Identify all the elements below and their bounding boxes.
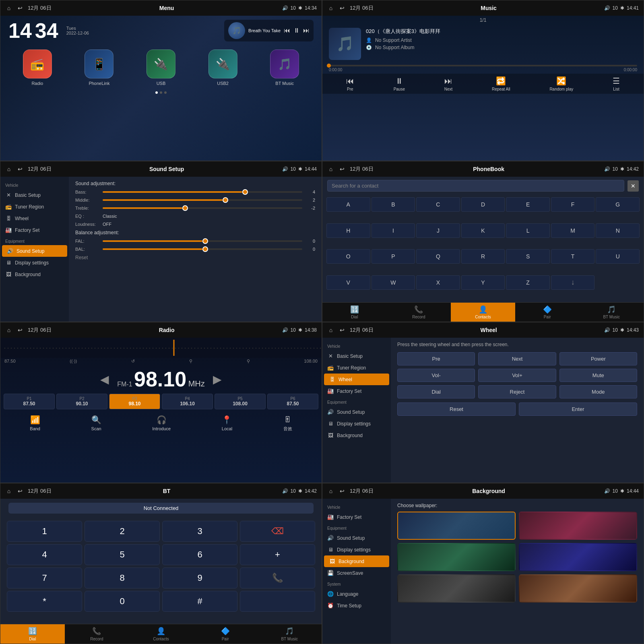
bg-sidebar-screensave[interactable]: 💾 ScreenSave [322,567,391,579]
bg-sidebar-sound[interactable]: 🔊 Sound Setup [322,532,391,544]
bg-sidebar-language[interactable]: 🌐 Language [322,588,391,600]
progress-bar[interactable] [329,65,637,66]
btmusic-icon-btn[interactable]: 🎵 [270,50,299,78]
wheel-sidebar-display[interactable]: 🖥 Display settings [322,418,391,429]
middle-slider[interactable] [103,199,302,201]
app-btmusic[interactable]: 🎵 BT Music [270,50,299,86]
wheel-sidebar-sound[interactable]: 🔊 Sound Setup [322,406,391,418]
radio-icon-btn[interactable]: 📻 [23,50,52,78]
alpha-C[interactable]: C [416,197,460,212]
sidebar-background[interactable]: 🖼 Background [0,268,69,280]
search-clear-btn[interactable]: ✕ [627,180,639,192]
home-icon[interactable]: ⌂ [5,4,12,12]
num-7[interactable]: 7 [7,568,82,588]
wheel-mode-btn[interactable]: Mode [559,385,637,398]
bt-tab-record[interactable]: 📞 Record [65,624,129,644]
preset-P6[interactable]: P6 87.50 [267,394,318,409]
preset-P5[interactable]: P5 108.00 [215,394,266,409]
wheel-sidebar-factory[interactable]: 🏭 Factory Set [322,385,391,397]
wheel-sidebar-wheel[interactable]: 🎛 Wheel [324,374,389,385]
ctrl-list[interactable]: ☰ List [613,76,620,91]
progress-area[interactable]: 0:00:00 0:00:00 [322,63,644,74]
bal-slider[interactable] [103,248,302,250]
bass-slider[interactable] [103,191,302,193]
bt-tab-pair[interactable]: 🔷 Pair [193,624,258,644]
reset-btn[interactable]: Reset [75,255,315,260]
music-controls[interactable]: ⏮ ⏸ ⏭ [284,27,310,34]
wheel-back-icon[interactable]: ↩ [339,326,346,334]
sidebar-display-settings[interactable]: 🖥 Display settings [0,257,69,268]
pb-tab-pair[interactable]: 🔷 Pair [515,303,580,322]
alpha-I[interactable]: I [372,223,415,238]
play-icon[interactable]: ⏸ [293,27,300,34]
alpha-H[interactable]: H [326,223,370,238]
num-1[interactable]: 1 [7,521,82,542]
freq-bar[interactable] [0,338,322,358]
pb-tab-contacts[interactable]: 👤 Contacts [451,303,515,322]
num-9[interactable]: 9 [162,568,237,588]
sound-back-icon[interactable]: ↩ [17,165,24,173]
bg-sidebar-factory[interactable]: 🏭 Factory Set [322,511,391,523]
preset-P4[interactable]: P4 106.10 [162,394,213,409]
app-phonelink[interactable]: 📱 PhoneLink [85,50,114,86]
bg-home-icon[interactable]: ⌂ [327,487,334,495]
wheel-reset-btn[interactable]: Reset [397,402,516,416]
radio-band-btn[interactable]: 📶 Band [30,415,40,432]
num-5[interactable]: 5 [85,544,160,565]
wheel-sidebar-bg[interactable]: 🖼 Background [322,429,391,441]
alpha-B[interactable]: B [372,197,415,212]
alpha-G[interactable]: G [596,197,640,212]
wheel-power-btn[interactable]: Power [559,352,637,365]
wheel-pre-btn[interactable]: Pre [397,352,475,365]
ctrl-repeat[interactable]: 🔁 Repeat All [492,76,510,91]
alpha-Z[interactable]: Z [506,275,550,290]
phonelink-icon-btn[interactable]: 📱 [85,50,114,78]
radio-introduce-btn[interactable]: 🎧 Introduce [152,415,171,432]
num-2[interactable]: 2 [85,521,160,542]
dot-2[interactable] [160,91,162,94]
pb-home-icon[interactable]: ⌂ [327,165,334,173]
treble-slider[interactable] [103,207,302,209]
num-star[interactable]: * [7,591,82,612]
wheel-reject-btn[interactable]: Reject [478,385,556,398]
dot-1[interactable] [155,91,158,94]
alpha-S[interactable]: S [506,249,550,264]
ctrl-random[interactable]: 🔀 Random play [549,76,573,91]
alpha-Q[interactable]: Q [416,249,460,264]
alpha-P[interactable]: P [372,249,415,264]
bg-sidebar-time[interactable]: ⏰ Time Setup [322,600,391,611]
wallpaper-3[interactable] [397,543,516,571]
app-usb2[interactable]: 🔌 USB2 [208,50,237,86]
alpha-R[interactable]: R [461,249,505,264]
fal-slider[interactable] [103,240,302,242]
prev-icon[interactable]: ⏮ [284,27,290,34]
pb-back-icon[interactable]: ↩ [339,165,346,173]
bg-sidebar-bg[interactable]: 🖼 Background [324,555,389,567]
alpha-M[interactable]: M [551,223,595,238]
bt-tab-contacts[interactable]: 👤 Contacts [129,624,193,644]
bg-sidebar-display[interactable]: 🖥 Display settings [322,544,391,555]
wallpaper-1[interactable] [397,512,516,540]
alpha-W[interactable]: W [372,275,415,290]
radio-scan-btn[interactable]: 🔍 Scan [91,415,101,432]
dot-3[interactable] [164,91,167,94]
num-backspace[interactable]: ⌫ [240,521,315,542]
num-8[interactable]: 8 [85,568,160,588]
radio-back-icon[interactable]: ↩ [17,326,24,334]
music-home-icon[interactable]: ⌂ [327,4,334,12]
bt-tab-btmusic[interactable]: 🎵 BT Music [257,624,322,644]
pb-tab-btmusic[interactable]: 🎵 BT Music [579,303,644,322]
alpha-K[interactable]: K [461,223,505,238]
wallpaper-2[interactable] [519,512,637,540]
num-call[interactable]: 📞 [240,568,315,588]
ctrl-pre[interactable]: ⏮ Pre [346,76,354,91]
alpha-E[interactable]: E [506,197,550,212]
alpha-O[interactable]: O [326,249,370,264]
preset-P1[interactable]: P1 87.50 [4,394,55,409]
pb-tab-dial[interactable]: 🔢 Dial [322,303,387,322]
wheel-sidebar-tuner[interactable]: 📻 Tuner Region [322,362,391,374]
radio-local-btn[interactable]: 📍 Local [222,415,232,432]
num-6[interactable]: 6 [162,544,237,565]
alpha-U[interactable]: U [596,249,640,264]
freq-up-arrow[interactable]: ▶ [213,373,222,386]
